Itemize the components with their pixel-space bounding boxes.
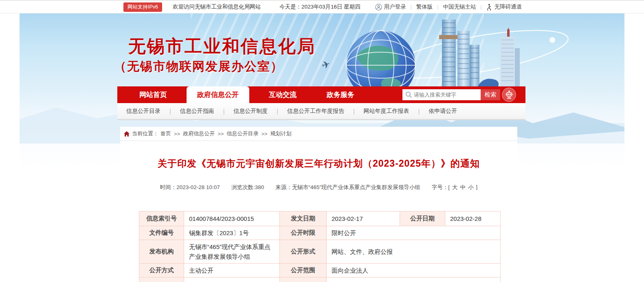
nav-item-services[interactable]: 政务服务 [316,86,365,103]
font-size-medium[interactable]: 中 [460,184,466,191]
sub-nav: 信息公开目录 | 信息公开指南 | 信息公开制度 | 信息公开工作年度报告 | … [117,103,525,120]
search-icon [405,91,412,98]
main-content: 当前位置： 首页 >> 政府信息公开 >> 信息公开目录 >> 规划计划 关于印… [120,127,517,282]
breadcrumb-item-gov-info[interactable]: 政府信息公开 [183,130,215,137]
date-text: 今天是：2023年03月16日 星期四 [279,3,360,11]
font-size-prefix: 字号：[ [432,184,450,191]
user-icon [375,4,382,11]
topbar-separator: | [411,4,412,10]
info-table-value: 2023-02-17 [327,212,400,226]
info-table-value: 部门编制，经办公室审核后公开 [327,278,501,282]
info-table-label: 公开程序 [280,278,327,282]
accessibility-icon [486,4,492,11]
topbar-separator: | [437,4,438,10]
info-table-label: 发文日期 [280,212,327,226]
article-meta: 时间：2023-02-28 10:07 浏览次数:380 来源：无锡市“465”… [120,184,517,191]
nav-item-home[interactable]: 网站首页 [129,86,178,103]
top-utility-bar: 网站支持IPv6 欢迎访问无锡市工业和信息化局网站 今天是：2023年03月16… [0,0,644,13]
airplane-icon: ✈ [320,58,332,72]
font-size-small[interactable]: 小 [468,184,474,191]
subnav-item-guide[interactable]: 信息公开指南 [180,108,214,115]
robot-icon [505,90,514,99]
topbar-links: 用户登录 | 繁体版 | 中国无锡主站 | 无障碍通道 [375,3,522,11]
info-table-label: 公开时限 [280,226,327,240]
breadcrumb-item-home[interactable]: 首页 [160,130,171,137]
china-wuxi-main-site-link[interactable]: 中国无锡主站 [443,3,476,11]
site-title: 无锡市工业和信息化局 [128,35,316,58]
font-size-control: 字号：[ 大 中 小 ] [432,184,478,191]
breadcrumb-separator: >> [174,131,180,137]
breadcrumb-item-directory[interactable]: 信息公开目录 [226,130,258,137]
breadcrumb-separator: >> [261,131,267,137]
breadcrumb-prefix: 当前位置： [132,130,158,137]
info-table-value: 锡集群发〔2023〕1号 [184,226,280,240]
breadcrumb: 当前位置： 首页 >> 政府信息公开 >> 信息公开目录 >> 规划计划 [120,127,517,141]
info-table-value: 2023-02-28 [445,212,501,226]
search-button[interactable]: 检索 [481,89,500,100]
topbar-separator: | [480,4,481,10]
subnav-item-apply[interactable]: 依申请公开 [429,108,457,115]
table-row: 公开方式主动公开公开范围面向企业法人 [139,263,501,277]
subnav-separator: | [353,108,355,115]
home-icon [124,131,130,137]
info-table-label: 公开形式 [280,240,327,264]
info-table-label: 文件编号 [139,226,184,240]
info-table-label: 发布机构 [139,240,184,264]
main-nav: 网站首页 政府信息公开 互动交流 政务服务 检索 [117,86,525,103]
info-table-value: 主动公开 [184,263,280,277]
nav-items: 网站首页 政府信息公开 互动交流 政务服务 [129,86,374,103]
subnav-item-annual-report[interactable]: 信息公开工作年度报告 [287,108,344,115]
subnav-item-site-report[interactable]: 网站年度工作报表 [364,108,409,115]
china-wuxi-main-site-label: 中国无锡主站 [443,3,476,11]
subnav-separator: | [277,108,278,115]
subnav-separator: | [169,108,171,115]
info-table-body: 信息索引号014007844/2023-00015发文日期2023-02-17公… [139,212,501,282]
site-subtitle: （无锡市物联网发展办公室） [114,58,284,75]
font-size-large[interactable]: 大 [452,184,458,191]
meta-time: 时间：2023-02-28 10:07 [160,184,220,191]
info-table-label: 有效期 [139,278,184,282]
welcome-text: 欢迎访问无锡市工业和信息化局网站 [173,3,261,11]
accessibility-channel-label: 无障碍通道 [495,3,522,11]
subnav-separator: | [223,108,225,115]
site-search: 检索 [402,89,500,100]
ipv6-badge[interactable]: 网站支持IPv6 [123,2,162,12]
font-size-suffix: ] [476,184,477,191]
chat-robot-button[interactable] [502,88,516,102]
traditional-version-label: 繁体版 [416,3,433,11]
subnav-separator: | [418,108,420,115]
nav-item-gov-info[interactable]: 政府信息公开 [187,86,249,103]
info-table-value: 限时公开 [327,226,501,240]
search-box [402,89,481,100]
user-login-label: 用户登录 [384,3,406,11]
info-table-value: 面向企业法人 [327,263,501,277]
info-table-label: 信息索引号 [139,212,184,226]
info-table-value: 长期 [184,278,280,282]
breadcrumb-item-plans[interactable]: 规划计划 [270,130,292,137]
info-table-label: 公开范围 [280,263,327,277]
info-table-label: 公开日期 [400,212,445,226]
search-input[interactable] [414,89,479,100]
breadcrumb-separator: >> [218,131,224,137]
user-login-link[interactable]: 用户登录 [375,3,406,11]
accessibility-channel-link[interactable]: 无障碍通道 [486,3,522,11]
meta-source: 来源：无锡市“465”现代产业体系重点产业集群发展领导小组 [275,184,420,191]
subnav-item-system[interactable]: 信息公开制度 [233,108,268,115]
info-table-value: 网站、文件、政府公报 [327,240,501,264]
table-row: 信息索引号014007844/2023-00015发文日期2023-02-17公… [139,212,501,226]
info-table-label: 公开方式 [139,263,184,277]
table-row: 发布机构无锡市“465”现代产业体系重点产业集群发展领导小组公开形式网站、文件、… [139,240,501,264]
article-title: 关于印发《无锡市元宇宙创新发展三年行动计划（2023-2025年）》的通知 [120,157,517,170]
nav-item-interaction[interactable]: 互动交流 [258,86,307,103]
traditional-version-link[interactable]: 繁体版 [416,3,433,11]
info-table-value: 014007844/2023-00015 [184,212,280,226]
table-row: 有效期长期公开程序部门编制，经办公室审核后公开 [139,278,501,282]
page: 网站支持IPv6 欢迎访问无锡市工业和信息化局网站 今天是：2023年03月16… [0,0,644,282]
info-table-value: 无锡市“465”现代产业体系重点产业集群发展领导小组 [184,240,280,264]
table-row: 文件编号锡集群发〔2023〕1号公开时限限时公开 [139,226,501,240]
buildings-illustration [417,20,527,86]
meta-views: 浏览次数:380 [231,184,264,191]
subnav-item-directory[interactable]: 信息公开目录 [126,108,160,115]
info-table: 信息索引号014007844/2023-00015发文日期2023-02-17公… [139,211,501,282]
